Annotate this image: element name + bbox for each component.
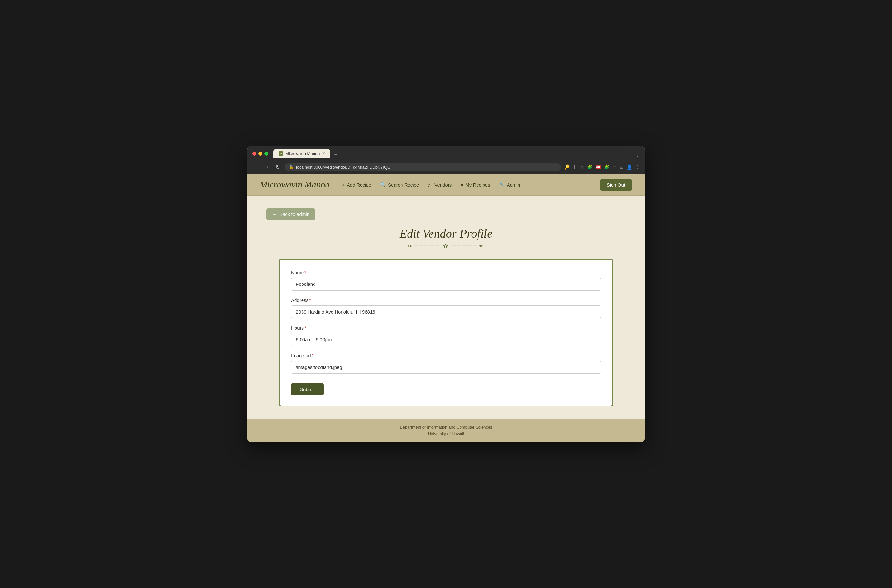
profile-icon[interactable]: 👤 <box>627 165 632 170</box>
form-card: Name* Address* Hours* Image url* <box>279 259 613 406</box>
app-footer: Department of Information and Computer S… <box>247 419 645 442</box>
footer-line2: University of Hawaii <box>252 431 640 437</box>
hours-group: Hours* <box>291 325 601 346</box>
menu-icon[interactable]: ⋮ <box>635 165 640 170</box>
sign-out-button[interactable]: Sign Out <box>600 179 632 190</box>
image-url-group: Image url* <box>291 353 601 374</box>
toolbar-icons: 🔑 ⬆ ☆ 🧩 off 🧩 ▭ ⊡ 👤 ⋮ <box>564 165 640 170</box>
title-bar: M Microwavin Manoa ✕ + ⌄ <box>247 146 645 161</box>
address-label: Address* <box>291 297 601 303</box>
nav-admin[interactable]: 🔧 Admin <box>499 182 520 188</box>
decorative-vine: ❧───── ✿ ─────❧ <box>266 242 626 249</box>
my-recipes-label: My Recipes <box>465 182 490 188</box>
my-recipes-icon: ♥ <box>460 182 463 188</box>
maximize-button[interactable] <box>264 152 268 156</box>
app-logo[interactable]: Microwavin Manoa <box>260 180 329 190</box>
tab-menu-icon[interactable]: ⌄ <box>636 152 640 158</box>
extensions-button[interactable]: 🧩 <box>604 165 609 170</box>
ext-off-badge: off <box>596 165 601 169</box>
image-url-label: Image url* <box>291 353 601 358</box>
submit-button[interactable]: Submit <box>291 383 323 396</box>
address-input[interactable] <box>291 305 601 318</box>
app-navbar: Microwavin Manoa + Add Recipe 🔍 Search R… <box>247 174 645 196</box>
admin-label: Admin <box>507 182 520 188</box>
tab-bar: M Microwavin Manoa ✕ + ⌄ <box>274 149 640 158</box>
forward-nav-button[interactable]: → <box>263 164 271 170</box>
tab-title: Microwavin Manoa <box>286 151 319 156</box>
hours-label: Hours* <box>291 325 601 330</box>
page-title: Edit Vendor Profile <box>266 226 626 240</box>
address-field[interactable]: 🔒 localhost:3000/#/editvendor/DFq4Mra2FD… <box>284 163 561 171</box>
search-recipe-icon: 🔍 <box>380 182 386 188</box>
image-url-input[interactable] <box>291 361 601 374</box>
page-header: Edit Vendor Profile ❧───── ✿ ─────❧ <box>266 226 626 249</box>
browser-window: M Microwavin Manoa ✕ + ⌄ ← → ↻ 🔒 localho… <box>247 146 645 442</box>
vendors-label: Vendors <box>434 182 452 188</box>
nav-links: + Add Recipe 🔍 Search Recipe 🏷 Vendors ♥… <box>342 182 600 188</box>
back-button-label: Back to admin <box>280 212 310 217</box>
refresh-button[interactable]: ↻ <box>274 164 281 170</box>
hours-input[interactable] <box>291 333 601 346</box>
address-bar: ← → ↻ 🔒 localhost:3000/#/editvendor/DFq4… <box>247 161 645 174</box>
main-content: ← Back to admin Edit Vendor Profile ❧───… <box>247 196 645 419</box>
minimize-button[interactable] <box>258 152 262 156</box>
bookmark-icon[interactable]: ☆ <box>580 165 584 170</box>
name-group: Name* <box>291 270 601 291</box>
back-nav-button[interactable]: ← <box>252 164 260 170</box>
back-to-admin-button[interactable]: ← Back to admin <box>266 208 315 220</box>
password-icon[interactable]: 🔑 <box>564 165 570 170</box>
nav-my-recipes[interactable]: ♥ My Recipes <box>460 182 490 188</box>
address-group: Address* <box>291 297 601 318</box>
name-label: Name* <box>291 270 601 275</box>
search-recipe-label: Search Recipe <box>388 182 419 188</box>
active-tab[interactable]: M Microwavin Manoa ✕ <box>274 149 330 158</box>
nav-vendors[interactable]: 🏷 Vendors <box>428 182 452 188</box>
split-view-icon[interactable]: ⊡ <box>620 165 624 170</box>
name-input[interactable] <box>291 278 601 291</box>
new-tab-button[interactable]: + <box>331 152 340 158</box>
traffic-lights <box>252 152 268 156</box>
hours-required: * <box>304 325 306 330</box>
admin-icon: 🔧 <box>499 182 505 188</box>
nav-search-recipe[interactable]: 🔍 Search Recipe <box>380 182 419 188</box>
lock-icon: 🔒 <box>289 165 294 169</box>
name-required: * <box>304 270 306 275</box>
share-icon[interactable]: ⬆ <box>573 165 576 170</box>
address-required: * <box>309 297 311 303</box>
address-text: localhost:3000/#/editvendor/DFq4Mra2FDCb… <box>296 165 391 170</box>
image-url-required: * <box>311 353 313 358</box>
footer-line1: Department of Information and Computer S… <box>252 424 640 431</box>
tab-close-icon[interactable]: ✕ <box>322 151 325 156</box>
nav-add-recipe[interactable]: + Add Recipe <box>342 182 371 188</box>
add-recipe-icon: + <box>342 182 345 188</box>
back-arrow-icon: ← <box>272 212 277 217</box>
close-button[interactable] <box>252 152 256 156</box>
add-recipe-label: Add Recipe <box>347 182 371 188</box>
vendors-icon: 🏷 <box>428 182 432 188</box>
sidebar-icon[interactable]: ▭ <box>612 165 617 170</box>
tab-favicon-icon: M <box>278 151 283 156</box>
extension-icon[interactable]: 🧩 <box>587 165 593 170</box>
